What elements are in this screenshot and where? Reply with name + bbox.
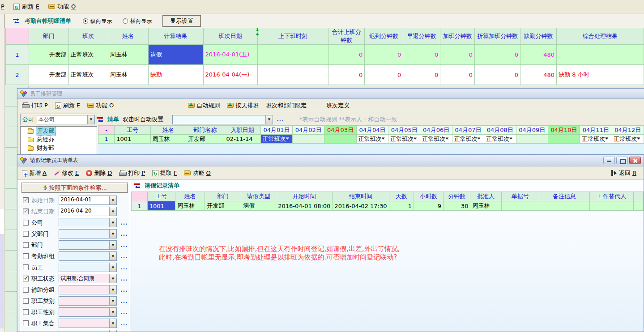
cell-times[interactable] [257, 65, 328, 85]
cell-summary[interactable] [557, 45, 644, 65]
column-header-dept[interactable]: 部门 [205, 192, 241, 201]
cell-docno[interactable] [501, 201, 539, 211]
by-day-schedule-button[interactable]: 按天排班 [227, 102, 259, 110]
cell-shift[interactable]: 正常班次* [452, 135, 484, 144]
add-button[interactable]: 新增A [22, 169, 47, 177]
column-header-ot-minutes[interactable]: 加班分钟数 [440, 28, 475, 45]
cell-substitute[interactable] [590, 201, 633, 211]
column-header-deptname[interactable]: 部门名称 [186, 126, 224, 135]
column-header-leave-type[interactable]: 请假类型 [241, 192, 276, 201]
shift-dept-limit-button[interactable]: 班次和部门限定 [266, 102, 307, 110]
cell-hiredate[interactable]: 02-11-14 [224, 135, 260, 144]
refresh-button[interactable]: 刷新E [55, 102, 80, 110]
cell-dept[interactable]: 开发部 [186, 135, 224, 144]
column-header-rownum[interactable]: - [98, 126, 115, 135]
dropdown-arrow-icon[interactable] [109, 252, 116, 260]
cell-shift[interactable]: 正常班次 [68, 65, 108, 85]
column-header-start[interactable]: 开始时间 [276, 192, 333, 201]
more-button[interactable]: ... [120, 311, 128, 314]
more-button[interactable]: ... [120, 322, 128, 325]
more-button[interactable]: ... [120, 221, 128, 225]
cell-result[interactable]: 缺勤 [148, 65, 203, 85]
dropdown-arrow-icon[interactable] [109, 274, 116, 283]
column-header-date[interactable]: 04月07日 [452, 126, 484, 135]
cell-start[interactable]: 2016-04-01 08:00 [276, 201, 333, 211]
dropdown-arrow-icon[interactable] [109, 308, 116, 316]
print-button[interactable]: 打印P [119, 169, 145, 177]
cell-dept[interactable]: 开发部 [29, 65, 68, 85]
aux-group-combobox[interactable] [59, 285, 117, 294]
cell-times[interactable] [257, 45, 328, 65]
dropdown-arrow-icon[interactable] [109, 230, 116, 238]
dropdown-arrow-icon[interactable] [109, 241, 116, 249]
auto-rule-button[interactable]: 自动规则 [188, 102, 220, 110]
company-combobox[interactable]: 本公司 [37, 115, 95, 124]
cell-note[interactable] [539, 201, 590, 211]
leave-titlebar[interactable]: 请假记录员工清单表 [17, 155, 644, 166]
column-header-end[interactable]: 结束时间 [333, 192, 389, 201]
print-button[interactable]: 打印P [22, 102, 48, 110]
start-date-combobox[interactable]: 2016-04-01 [59, 196, 117, 205]
function-button[interactable]: 功能O [87, 102, 114, 110]
checkbox[interactable] [23, 231, 29, 237]
column-header-date[interactable]: 04月05日 [388, 126, 420, 135]
column-header-date[interactable]: 04月06日 [420, 126, 452, 135]
cell-shift[interactable]: 正常班次* [388, 135, 420, 144]
cell-empid-selected[interactable]: 1001 [147, 201, 175, 211]
function-button[interactable]: 功能O [184, 169, 210, 177]
more-button[interactable]: ... [120, 288, 128, 292]
column-header-ot-conv-minutes[interactable]: 折算加班分钟数 [475, 28, 520, 45]
more-button[interactable]: ... [120, 255, 128, 258]
company-filter-combobox[interactable] [59, 218, 117, 227]
dropdown-arrow-icon[interactable] [109, 330, 116, 332]
menu-function[interactable]: 功能O [48, 3, 76, 11]
cell-ot-conv[interactable]: 0 [475, 45, 520, 65]
checkbox[interactable] [23, 220, 29, 226]
tree-item-finance[interactable]: 财务部 [21, 144, 97, 152]
column-header-days[interactable]: 天数 [389, 192, 414, 201]
column-header-empid[interactable]: 工号 [115, 126, 150, 135]
more-button[interactable]: ... [120, 232, 128, 236]
cell-shift[interactable]: 正常班次* [356, 135, 388, 144]
cell-approver[interactable]: 周玉林 [470, 201, 501, 211]
checkbox[interactable] [23, 264, 29, 270]
checkbox[interactable] [23, 209, 29, 214]
schedule-titlebar[interactable]: 员工排班管理 [17, 89, 644, 99]
staff-category-combobox[interactable] [59, 296, 117, 306]
cell-absent[interactable]: 480 [520, 65, 557, 85]
column-header-date[interactable]: 04月11日 [580, 126, 612, 135]
cell-name[interactable]: 周玉林 [108, 45, 148, 65]
cell-date[interactable]: 2016-04-04(一) [203, 65, 257, 85]
cell-late[interactable]: 0 [365, 65, 403, 85]
parent-dept-combobox[interactable] [59, 229, 117, 238]
checkbox[interactable] [23, 197, 29, 203]
row-number[interactable]: 2 [6, 65, 29, 85]
column-header-minutes[interactable]: 分钟数 [443, 192, 470, 201]
end-date-combobox[interactable]: 2016-04-20 [59, 207, 117, 216]
dropdown-arrow-icon[interactable] [109, 285, 116, 294]
close-button[interactable] [629, 157, 641, 164]
cell-absent[interactable]: 480 [520, 45, 557, 65]
cell-leave-type[interactable]: 病假 [241, 201, 276, 211]
column-header-rownum[interactable]: - [132, 192, 148, 201]
cell-ot[interactable]: 0 [440, 65, 475, 85]
column-header-name[interactable]: 姓名 [150, 126, 186, 135]
column-header-date-sunday[interactable]: 04月10日 [548, 126, 580, 135]
radio-horizontal-display[interactable]: 横向显示 [123, 17, 152, 25]
return-button[interactable]: 返回R [611, 169, 636, 177]
more-button[interactable]: ... [120, 266, 128, 269]
dropdown-arrow-icon[interactable] [109, 207, 116, 216]
employee-combobox[interactable] [59, 263, 117, 272]
cell-name[interactable]: 周玉林 [150, 135, 186, 144]
more-button[interactable]: ... [120, 277, 128, 281]
cell-shift[interactable]: 正常班次* [612, 135, 644, 144]
column-header-empid[interactable]: 工号 [147, 192, 175, 201]
cell-result-selected[interactable]: 请假 [148, 45, 203, 65]
cell-shift[interactable] [293, 135, 324, 144]
edit-button[interactable]: 修改E [54, 169, 79, 177]
cell-shift[interactable]: 正常班次* [484, 135, 516, 144]
row-number[interactable]: 1 [132, 201, 148, 211]
cell-name[interactable]: 周玉林 [108, 65, 148, 85]
checkbox[interactable] [23, 253, 29, 259]
column-header-dept[interactable]: 部门 [29, 28, 68, 45]
